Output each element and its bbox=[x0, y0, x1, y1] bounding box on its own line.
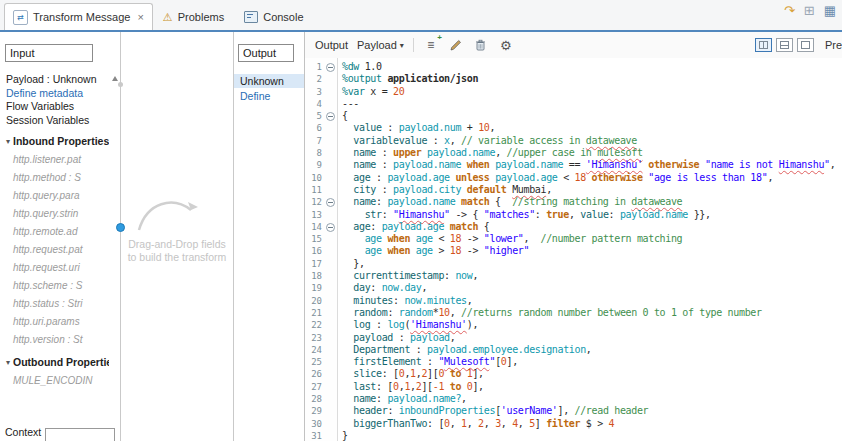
tab-problems[interactable]: ⚠ Problems bbox=[153, 4, 234, 30]
fold-toggle-icon[interactable] bbox=[324, 221, 337, 233]
code-line-27[interactable]: 27 last: [0,1,2][-1 to 0], bbox=[305, 381, 842, 393]
tree-item-label: http.remote.ad bbox=[13, 226, 77, 237]
code-line-2[interactable]: 2%output application/json bbox=[305, 73, 842, 85]
tree-item-http-query-strin[interactable]: http.query.strin bbox=[0, 204, 109, 222]
view-split-vertical-icon[interactable] bbox=[755, 38, 772, 52]
code-line-7[interactable]: 7 variablevalue : x, // variable access … bbox=[305, 135, 842, 147]
code-line-6[interactable]: 6 value : payload.num + 10, bbox=[305, 122, 842, 134]
delete-icon[interactable] bbox=[473, 37, 489, 53]
fold-gutter bbox=[324, 393, 337, 405]
code-line-28[interactable]: 28 name: payload.name?, bbox=[305, 393, 842, 405]
transform-dropzone[interactable]: Drag-and-Drop fields to build the transf… bbox=[121, 32, 234, 441]
tab-console[interactable]: Console bbox=[234, 4, 313, 30]
code-line-31[interactable]: 31} bbox=[305, 430, 842, 441]
code-line-24[interactable]: 24 Department : payload.employee.designa… bbox=[305, 344, 842, 356]
tree-item-http-request-uri[interactable]: http.request.uri bbox=[0, 258, 109, 276]
tab-transform-message[interactable]: ⇄ Transform Message × bbox=[4, 3, 153, 30]
code-line-26[interactable]: 26 slice: [0,1,2][0 to 1], bbox=[305, 368, 842, 380]
drag-anchor-dot[interactable] bbox=[116, 223, 125, 232]
settings-icon[interactable]: ⚙ bbox=[498, 37, 514, 53]
tree-item-http-scheme-s[interactable]: http.scheme : S bbox=[0, 276, 109, 294]
code-line-16[interactable]: 16 age when age > 18 -> "higher" bbox=[305, 245, 842, 257]
fold-gutter bbox=[324, 86, 337, 98]
code-line-30[interactable]: 30 biggerThanTwo: [0, 1, 2, 3, 4, 5] fil… bbox=[305, 418, 842, 430]
output-tree-root[interactable]: Unknown bbox=[234, 74, 304, 88]
tree-item-payload-unknown[interactable]: Payload : Unknown bbox=[0, 72, 109, 86]
tree-item-http-request-pat[interactable]: http.request.pat bbox=[0, 240, 109, 258]
annotation-icon[interactable]: ↷ bbox=[784, 4, 795, 17]
output-header[interactable]: Output bbox=[238, 44, 294, 62]
context-input[interactable] bbox=[45, 428, 115, 441]
console-icon bbox=[244, 11, 258, 23]
code-line-12[interactable]: 12 name: payload.name match { //string m… bbox=[305, 196, 842, 208]
code-text: %dw 1.0 bbox=[337, 61, 382, 73]
code-line-8[interactable]: 8 name : upper payload.name, //upper cas… bbox=[305, 147, 842, 159]
code-line-29[interactable]: 29 header: inboundProperties['userName']… bbox=[305, 405, 842, 417]
view-split-horizontal-icon[interactable] bbox=[776, 38, 793, 52]
code-line-1[interactable]: 1%dw 1.0 bbox=[305, 61, 842, 73]
tree-item-http-status-stri[interactable]: http.status : Stri bbox=[0, 294, 109, 312]
code-line-25[interactable]: 25 firstElement : "Mulesoft"[0], bbox=[305, 356, 842, 368]
code-line-15[interactable]: 15 age when age < 18 -> "lower", //numbe… bbox=[305, 233, 842, 245]
tree-item-label: Session Variables bbox=[6, 114, 89, 126]
code-line-23[interactable]: 23 payload : payload, bbox=[305, 332, 842, 344]
fold-toggle-icon[interactable] bbox=[324, 196, 337, 208]
add-target-icon[interactable]: ≡+ bbox=[423, 37, 439, 53]
preview-label[interactable]: Pre bbox=[825, 39, 842, 51]
tree-item-http-method-s[interactable]: http.method : S bbox=[0, 168, 109, 186]
window-toolbar: ↷⊞▦ bbox=[784, 4, 836, 17]
code-line-5[interactable]: 5{ bbox=[305, 110, 842, 122]
tree-item-http-remote-ad[interactable]: http.remote.ad bbox=[0, 222, 109, 240]
code-line-4[interactable]: 4--- bbox=[305, 98, 842, 110]
code-line-10[interactable]: 10 age : payload.age unless payload.age … bbox=[305, 172, 842, 184]
tree-item-define-metadata[interactable]: Define metadata bbox=[0, 86, 109, 99]
tree-item-http-version-st[interactable]: http.version : St bbox=[0, 330, 109, 348]
code-line-14[interactable]: 14 age: payload.age match { bbox=[305, 221, 842, 233]
tree-item-session-variables[interactable]: Session Variables bbox=[0, 113, 109, 127]
code-area[interactable]: 1%dw 1.02%output application/json3%var x… bbox=[305, 58, 842, 441]
code-line-21[interactable]: 21 random: random*10, //returns random n… bbox=[305, 307, 842, 319]
code-line-22[interactable]: 22 log : log('Himanshu'), bbox=[305, 319, 842, 331]
tree-item-http-query-para[interactable]: http.query.para bbox=[0, 186, 109, 204]
mule-perspective-icon[interactable]: ▦ bbox=[824, 4, 836, 17]
tree-item-mule-encodin[interactable]: MULE_ENCODIN bbox=[0, 371, 109, 389]
code-line-18[interactable]: 18 currenttimestamp: now, bbox=[305, 270, 842, 282]
code-line-3[interactable]: 3%var x = 20 bbox=[305, 86, 842, 98]
fold-toggle-icon[interactable] bbox=[324, 110, 337, 122]
code-line-19[interactable]: 19 day: now.day, bbox=[305, 282, 842, 294]
fold-gutter bbox=[324, 381, 337, 393]
scrollbar-up-icon[interactable] bbox=[112, 76, 118, 81]
close-icon[interactable]: × bbox=[137, 11, 143, 23]
code-line-9[interactable]: 9 name : payload.name when payload.name … bbox=[305, 159, 842, 171]
tree-item-http-uri-params[interactable]: http.uri.params bbox=[0, 312, 109, 330]
tree-item-inbound-properties[interactable]: ▾Inbound Properties bbox=[0, 132, 109, 150]
tree-item-label: http.status : Stri bbox=[13, 298, 82, 309]
view-single-icon[interactable] bbox=[797, 38, 814, 52]
tree-item-outbound-propertie[interactable]: ▾Outbound Propertie bbox=[0, 353, 109, 371]
tree-item-label: http.listener.pat bbox=[13, 154, 81, 165]
code-line-20[interactable]: 20 minutes: now.minutes, bbox=[305, 295, 842, 307]
input-header[interactable]: Input bbox=[5, 44, 93, 62]
code-text: header: inboundProperties['userName'], /… bbox=[337, 405, 648, 417]
open-perspective-icon[interactable]: ⊞ bbox=[804, 4, 815, 17]
code-line-11[interactable]: 11 city : payload.city default Mumbai, bbox=[305, 184, 842, 196]
expand-arrow-icon[interactable]: ▾ bbox=[6, 137, 10, 146]
define-metadata-link[interactable]: Define bbox=[240, 90, 270, 102]
code-lines: 1%dw 1.02%output application/json3%var x… bbox=[305, 61, 842, 441]
fold-gutter bbox=[324, 307, 337, 319]
code-line-13[interactable]: 13 str: "Himanshu" -> { "matches": true,… bbox=[305, 209, 842, 221]
toolbar-separator bbox=[413, 38, 414, 52]
line-number: 20 bbox=[305, 295, 324, 307]
fold-toggle-icon[interactable] bbox=[324, 61, 337, 73]
expand-arrow-icon[interactable]: ▾ bbox=[6, 358, 10, 367]
payload-dropdown-value: Payload bbox=[357, 39, 397, 51]
drag-arrow-icon bbox=[133, 190, 213, 236]
tree-item-flow-variables[interactable]: Flow Variables bbox=[0, 99, 109, 113]
code-line-17[interactable]: 17 }, bbox=[305, 258, 842, 270]
tree-item-http-listener-pat[interactable]: http.listener.pat bbox=[0, 150, 109, 168]
fold-gutter bbox=[324, 282, 337, 294]
edit-icon[interactable] bbox=[448, 37, 464, 53]
payload-dropdown[interactable]: Payload ▾ bbox=[357, 39, 404, 51]
code-text: random: random*10, //returns random numb… bbox=[337, 307, 762, 319]
line-number: 26 bbox=[305, 368, 324, 380]
